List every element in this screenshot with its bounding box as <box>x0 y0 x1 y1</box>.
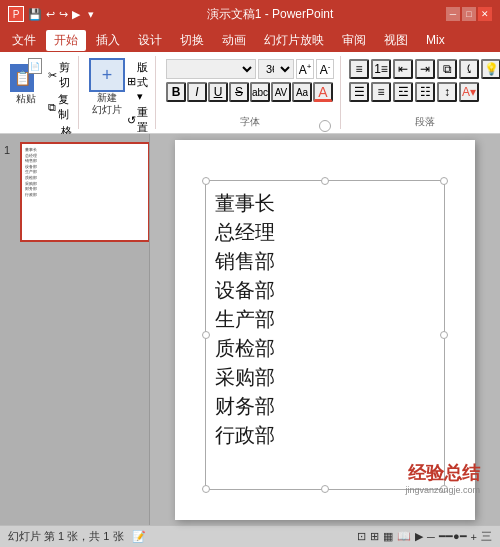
text-line-4: 设备部 <box>215 277 275 304</box>
close-button[interactable]: ✕ <box>478 7 492 21</box>
ribbon: 📋 📄 粘贴 ✂ 剪切 ⧉ 复制 🖌 格式刷 <box>0 52 500 134</box>
highlight-button[interactable]: A▾ <box>459 82 479 102</box>
quick-present-icon[interactable]: ▶ <box>72 8 80 21</box>
menu-animations[interactable]: 动画 <box>214 30 254 51</box>
reset-icon: ↺ <box>127 114 136 127</box>
menu-bar: 文件 开始 插入 设计 切换 动画 幻灯片放映 审阅 视图 Mix <box>0 28 500 52</box>
text-box[interactable]: 董事长 总经理 销售部 设备部 生产部 质检部 采购部 财务部 行政部 <box>215 190 275 449</box>
case-button[interactable]: Aa <box>292 82 312 102</box>
menu-home[interactable]: 开始 <box>46 30 86 51</box>
layout-label: 版式▾ <box>137 60 149 103</box>
rotate-handle[interactable] <box>319 120 331 132</box>
copy-label: 复制 <box>58 92 72 122</box>
justify-button[interactable]: ☷ <box>415 82 435 102</box>
font-row2: B I U S abc AV Aa A <box>166 82 334 102</box>
handle-mid-right[interactable] <box>440 331 448 339</box>
text-line-6: 质检部 <box>215 335 275 362</box>
status-right: ⊡ ⊞ ▦ 📖 ▶ ─ ━━●━ + 三 <box>357 529 492 544</box>
copy-button[interactable]: ⧉ 复制 <box>48 92 72 122</box>
font-color-button[interactable]: A <box>313 82 333 102</box>
view-outline[interactable]: ⊞ <box>370 530 379 543</box>
paste-button[interactable]: 📋 📄 粘贴 <box>6 56 46 108</box>
new-slide-icon: + <box>89 58 125 92</box>
menu-slideshow[interactable]: 幻灯片放映 <box>256 30 332 51</box>
new-slide-label: 新建幻灯片 <box>92 92 122 116</box>
align-center-button[interactable]: ≡ <box>371 82 391 102</box>
numbering-button[interactable]: 1≡ <box>371 59 391 79</box>
para-row1: ≡ 1≡ ⇤ ⇥ ⧉ ⤹ 💡 <box>349 59 500 79</box>
customize-icon[interactable]: ▾ <box>88 8 94 21</box>
zoom-out[interactable]: ─ <box>427 531 435 543</box>
text-direction-button[interactable]: ⤹ <box>459 59 479 79</box>
quick-save-icon[interactable]: 💾 <box>28 8 42 21</box>
handle-mid-left[interactable] <box>202 331 210 339</box>
increase-font-button[interactable]: A+ <box>296 59 314 79</box>
strikethrough-button[interactable]: S <box>229 82 249 102</box>
new-slide-button[interactable]: + 新建幻灯片 <box>89 58 125 116</box>
quick-redo-icon[interactable]: ↪ <box>59 8 68 21</box>
handle-bottom-mid[interactable] <box>321 485 329 493</box>
shadow-button[interactable]: abc <box>250 82 270 102</box>
menu-transitions[interactable]: 切换 <box>172 30 212 51</box>
font-size-select[interactable]: 36 <box>258 59 294 79</box>
line-spacing-button[interactable]: ↕ <box>437 82 457 102</box>
font-label: 字体 <box>166 115 334 129</box>
menu-review[interactable]: 审阅 <box>334 30 374 51</box>
quick-undo-icon[interactable]: ↩ <box>46 8 55 21</box>
view-normal[interactable]: ⊡ <box>357 530 366 543</box>
zoom-slider[interactable]: ━━●━ <box>439 530 467 543</box>
paragraph-controls: ≡ 1≡ ⇤ ⇥ ⧉ ⤹ 💡 ☰ ≡ ☲ ☷ ↕ A▾ <box>349 56 500 115</box>
columns-button[interactable]: ⧉ <box>437 59 457 79</box>
menu-mix[interactable]: Mix <box>418 31 453 49</box>
main-area: 1 董事长总经理销售部设备部生产部质检部采购部财务部行政部 <box>0 134 500 525</box>
handle-top-left[interactable] <box>202 177 210 185</box>
title-bar: P 💾 ↩ ↪ ▶ ▾ 演示文稿1 - PowerPoint ─ □ ✕ <box>0 0 500 28</box>
handle-top-right[interactable] <box>440 177 448 185</box>
font-group: 36 A+ A- B I U S abc AV Aa A 字体 <box>160 56 341 129</box>
window-controls[interactable]: ─ □ ✕ <box>446 7 492 21</box>
handle-bottom-left[interactable] <box>202 485 210 493</box>
handle-top-mid[interactable] <box>321 177 329 185</box>
slide-info: 幻灯片 第 1 张，共 1 张 <box>8 529 124 544</box>
italic-button[interactable]: I <box>187 82 207 102</box>
watermark: 经验总结 jingvanzongje.com <box>405 461 480 495</box>
bold-button[interactable]: B <box>166 82 186 102</box>
decrease-indent-button[interactable]: ⇤ <box>393 59 413 79</box>
paste-icon: 📋 📄 <box>10 58 42 92</box>
reset-label: 重置 <box>137 105 149 135</box>
view-reading[interactable]: 📖 <box>397 530 411 543</box>
view-presenter[interactable]: ▶ <box>415 530 423 543</box>
align-right-button[interactable]: ☲ <box>393 82 413 102</box>
app-icon: P <box>8 6 24 22</box>
maximize-button[interactable]: □ <box>462 7 476 21</box>
para-row2: ☰ ≡ ☲ ☷ ↕ A▾ <box>349 82 500 102</box>
zoom-in[interactable]: + <box>471 531 477 543</box>
underline-button[interactable]: U <box>208 82 228 102</box>
view-slide-sorter[interactable]: ▦ <box>383 530 393 543</box>
char-spacing-button[interactable]: AV <box>271 82 291 102</box>
slide-panel: 1 董事长总经理销售部设备部生产部质检部采购部财务部行政部 <box>0 134 150 525</box>
align-left-button[interactable]: ☰ <box>349 82 369 102</box>
text-line-1: 董事长 <box>215 190 275 217</box>
bullets-button[interactable]: ≡ <box>349 59 369 79</box>
clipboard-group: 📋 📄 粘贴 ✂ 剪切 ⧉ 复制 🖌 格式刷 <box>6 56 79 129</box>
menu-file[interactable]: 文件 <box>4 30 44 51</box>
notes-icon[interactable]: 📝 <box>132 530 146 543</box>
cut-button[interactable]: ✂ 剪切 <box>48 60 72 90</box>
menu-design[interactable]: 设计 <box>130 30 170 51</box>
font-row1: 36 A+ A- <box>166 59 334 79</box>
increase-indent-button[interactable]: ⇥ <box>415 59 435 79</box>
title-bar-left: P 💾 ↩ ↪ ▶ ▾ <box>8 6 94 22</box>
smartart-button[interactable]: 💡 <box>481 59 500 79</box>
font-name-select[interactable] <box>166 59 256 79</box>
minimize-button[interactable]: ─ <box>446 7 460 21</box>
layout-button[interactable]: ⊞ 版式▾ <box>127 60 149 103</box>
menu-view[interactable]: 视图 <box>376 30 416 51</box>
watermark-cn-text: 经验总结 <box>405 461 480 485</box>
status-bar: 幻灯片 第 1 张，共 1 张 📝 ⊡ ⊞ ▦ 📖 ▶ ─ ━━●━ + 三 <box>0 525 500 547</box>
menu-insert[interactable]: 插入 <box>88 30 128 51</box>
slide-thumbnail[interactable]: 董事长总经理销售部设备部生产部质检部采购部财务部行政部 <box>20 142 150 242</box>
decrease-font-button[interactable]: A- <box>316 59 334 79</box>
reset-button[interactable]: ↺ 重置 <box>127 105 149 135</box>
text-line-9: 行政部 <box>215 422 275 449</box>
